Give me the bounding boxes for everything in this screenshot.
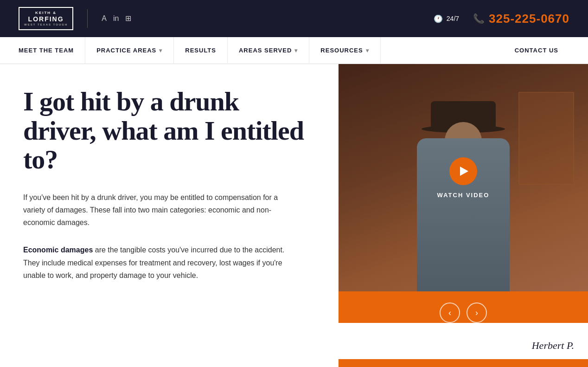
nav-areas-served[interactable]: AREAS SERVED ▾ [228, 37, 309, 64]
chevron-down-icon-3: ▾ [366, 47, 369, 54]
chevron-down-icon: ▾ [159, 47, 162, 54]
economic-damages-label: Economic damages [23, 246, 93, 254]
grid-icon[interactable]: ⊞ [125, 14, 131, 23]
clock-icon: 🕐 [434, 14, 443, 23]
right-panel: WATCH VIDEO ‹ › Herbert P. [339, 64, 588, 367]
nav-areas-served-label: AREAS SERVED [239, 47, 292, 54]
nav-contact-us[interactable]: CONTACT US [504, 37, 569, 64]
nav-meet-team-label: MEET THE TEAM [19, 47, 74, 54]
video-container[interactable]: WATCH VIDEO [339, 64, 588, 291]
hero-description: If you've been hit by a drunk driver, yo… [23, 191, 292, 229]
next-arrow-button[interactable]: › [467, 303, 487, 323]
nav-resources-label: RESOURCES [320, 47, 363, 54]
main-nav: MEET THE TEAM PRACTICE AREAS ▾ RESULTS A… [0, 37, 588, 64]
logo[interactable]: KEITH & LORFING WEST TEXAS TOUGH [19, 7, 73, 30]
phone-icon: 📞 [473, 13, 485, 24]
nav-results-label: RESULTS [185, 47, 216, 54]
logo-box: KEITH & LORFING WEST TEXAS TOUGH [19, 7, 73, 30]
font-size-icon[interactable]: A [102, 14, 107, 23]
phone-link[interactable]: 📞 325-225-0670 [473, 12, 569, 26]
availability-text: 24/7 [447, 15, 459, 22]
header-left: KEITH & LORFING WEST TEXAS TOUGH A in ⊞ [19, 7, 131, 30]
site-header: KEITH & LORFING WEST TEXAS TOUGH A in ⊞ … [0, 0, 588, 37]
nav-practice-areas[interactable]: PRACTICE AREAS ▾ [85, 37, 174, 64]
chevron-down-icon-2: ▾ [294, 47, 298, 54]
left-panel: I got hit by a drunk driver, what am I e… [0, 64, 339, 367]
reviewer-card: Herbert P. [339, 323, 588, 359]
nav-contact-us-label: CONTACT US [515, 47, 558, 54]
video-navigation: ‹ › [440, 303, 487, 323]
reviewer-info: Herbert P. [339, 332, 588, 359]
reviewer-name: Herbert P. [532, 340, 574, 352]
linkedin-icon[interactable]: in [113, 14, 119, 23]
availability-badge: 🕐 24/7 [434, 14, 459, 23]
logo-divider [87, 9, 88, 28]
logo-line2: LORFING [28, 15, 64, 23]
nav-meet-team[interactable]: MEET THE TEAM [19, 37, 85, 64]
phone-number: 325-225-0670 [489, 12, 569, 26]
header-right: 🕐 24/7 📞 325-225-0670 [434, 12, 569, 26]
logo-line1: KEITH & [35, 11, 57, 15]
main-content: I got hit by a drunk driver, what am I e… [0, 64, 588, 367]
play-icon [460, 167, 468, 176]
logo-tagline: WEST TEXAS TOUGH [24, 23, 68, 26]
nav-results[interactable]: RESULTS [174, 37, 228, 64]
hero-title: I got hit by a drunk driver, what am I e… [23, 87, 315, 174]
nav-resources[interactable]: RESOURCES ▾ [309, 37, 380, 64]
social-icons: A in ⊞ [102, 14, 131, 23]
economic-damages-text: Economic damages are the tangible costs … [23, 244, 292, 282]
prev-arrow-icon: ‹ [448, 308, 451, 318]
next-arrow-icon: › [475, 308, 478, 318]
nav-practice-areas-label: PRACTICE AREAS [96, 47, 156, 54]
watch-video-label: WATCH VIDEO [437, 192, 490, 199]
prev-arrow-button[interactable]: ‹ [440, 303, 460, 323]
play-button[interactable] [449, 157, 477, 185]
video-overlay[interactable]: WATCH VIDEO [339, 64, 588, 291]
